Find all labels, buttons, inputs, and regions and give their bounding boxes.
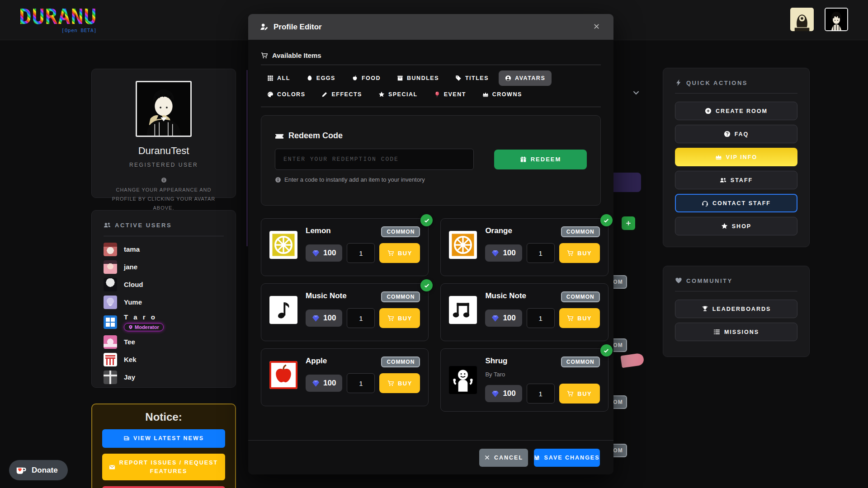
item-category-tabs: ALL EGGS FOOD BUNDLES [261, 70, 601, 102]
tab-icon [352, 75, 358, 81]
category-tab[interactable]: FOOD [345, 70, 387, 86]
button-icon [724, 131, 731, 137]
navbar-avatar-user[interactable] [825, 8, 848, 31]
user-row[interactable]: Yume [104, 296, 224, 309]
user-row[interactable]: jane [104, 260, 224, 274]
tab-icon [267, 91, 274, 98]
quantity-input[interactable] [347, 243, 375, 263]
category-tab[interactable]: TITLES [449, 70, 495, 86]
profile-avatar[interactable] [136, 81, 192, 137]
quick-action-button[interactable]: STAFF [675, 171, 797, 189]
category-tab[interactable]: ALL [261, 70, 297, 86]
category-tab[interactable]: EVENT [428, 87, 472, 102]
item-author: By Taro [485, 371, 599, 378]
buy-button[interactable]: BUY [379, 308, 420, 328]
community-button[interactable]: LEADERBOARDS [675, 300, 797, 318]
user-row[interactable]: tama [104, 243, 224, 256]
quick-action-button[interactable]: CONTACT STAFF [675, 194, 797, 212]
redeem-code-input[interactable] [275, 149, 474, 170]
buy-button[interactable]: BUY [379, 373, 420, 393]
redeem-button[interactable]: REDEEM [494, 150, 587, 169]
items-grid: Lemon COMMON 100 [261, 218, 601, 412]
category-tab[interactable]: CROWNS [476, 87, 528, 102]
active-users-list: tama jane Cloud [104, 243, 224, 384]
navbar-avatar-secondary[interactable] [790, 8, 814, 31]
quantity-input[interactable] [347, 308, 375, 328]
rarity-badge: COMMON [561, 226, 600, 237]
view-latest-news-button[interactable]: VIEW LATEST NEWS [102, 429, 225, 448]
gem-icon [312, 314, 320, 322]
hidden-panel-edge [246, 70, 248, 246]
user-row[interactable]: Kek [104, 353, 224, 366]
profile-username: DuranuTest [92, 145, 236, 157]
shield-icon [128, 325, 133, 329]
category-tab[interactable]: EGGS [300, 70, 342, 86]
divider [104, 236, 224, 236]
item-icon [269, 296, 297, 324]
user-row[interactable]: T a r o Moderator [104, 313, 224, 331]
donate-button[interactable]: Donate [9, 460, 68, 480]
quantity-input[interactable] [527, 308, 555, 328]
rarity-badge: COMMON [561, 357, 600, 367]
category-tab[interactable]: AVATARS [499, 70, 552, 86]
category-tab[interactable]: EFFECTS [315, 87, 368, 102]
buy-button[interactable]: BUY [559, 308, 600, 328]
shop-item-card: Orange COMMON 100 [440, 218, 608, 276]
profile-card: DuranuTest REGISTERED USER CHANGE YOUR A… [91, 69, 236, 198]
user-avatar [104, 371, 117, 384]
quantity-input[interactable] [347, 373, 375, 393]
close-icon[interactable] [591, 22, 602, 33]
notice-danger-button[interactable] [102, 486, 225, 488]
buy-button[interactable]: BUY [559, 243, 600, 263]
shop-item-card: Shrug COMMON By Taro 100 [440, 348, 608, 412]
quick-action-button[interactable]: VIP INFO [675, 148, 797, 166]
quick-action-button[interactable]: CREATE ROOM [675, 102, 797, 120]
buy-button[interactable]: BUY [379, 243, 420, 263]
tab-icon [267, 75, 274, 81]
user-row[interactable]: Cloud [104, 278, 224, 291]
user-avatar [104, 335, 117, 349]
community-button[interactable]: MISSIONS [675, 323, 797, 341]
hidden-add-button-fragment [622, 216, 635, 230]
info-icon [275, 177, 281, 183]
tab-icon [321, 91, 328, 98]
notice-title: Notice: [102, 411, 225, 423]
quantity-input[interactable] [527, 243, 555, 263]
button-icon [720, 177, 726, 183]
user-name: T a r o [124, 313, 157, 321]
cancel-button[interactable]: CANCEL [479, 449, 528, 467]
item-price: 100 [306, 375, 342, 392]
owned-check-icon [600, 214, 613, 226]
owned-check-icon [420, 279, 433, 291]
quantity-input[interactable] [527, 384, 555, 404]
user-name: Tee [124, 338, 135, 346]
item-name: Apple [306, 357, 327, 366]
redeem-hint: Enter a code to instantly add an item to… [275, 176, 587, 183]
quick-action-button[interactable]: SHOP [675, 217, 797, 235]
gift-icon [520, 156, 527, 163]
user-row[interactable]: Jay [104, 371, 224, 384]
quick-actions-list: CREATE ROOM FAQ VIP INFO STAFF [675, 102, 797, 235]
tab-icon [397, 75, 403, 81]
category-tab[interactable]: SPECIAL [372, 87, 424, 102]
redeem-code-header: Redeem Code [275, 131, 587, 141]
heart-icon [675, 277, 682, 284]
button-icon [702, 305, 708, 312]
report-issues-button[interactable]: REPORT ISSUES / REQUEST FEATURES [102, 454, 225, 481]
user-row[interactable]: Tee [104, 335, 224, 349]
buy-button[interactable]: BUY [559, 384, 600, 404]
redeem-code-section: Redeem Code REDEEM Enter a code to insta… [261, 115, 601, 206]
item-icon [269, 231, 297, 259]
button-icon [702, 200, 708, 206]
quick-action-button[interactable]: FAQ [675, 125, 797, 143]
logo[interactable]: DURANU [Open BETA] [19, 6, 97, 33]
shop-item-card: Apple COMMON 100 [261, 348, 429, 406]
rarity-badge: COMMON [381, 226, 420, 237]
community-card: COMMUNITY LEADERBOARDS MISSIONS [663, 266, 810, 357]
save-changes-button[interactable]: SAVE CHANGES [534, 449, 600, 467]
category-tab[interactable]: BUNDLES [391, 70, 445, 86]
quick-actions-header: QUICK ACTIONS [675, 79, 797, 86]
category-tab[interactable]: COLORS [261, 87, 311, 102]
button-icon [705, 108, 712, 114]
user-name: Jay [124, 373, 135, 381]
